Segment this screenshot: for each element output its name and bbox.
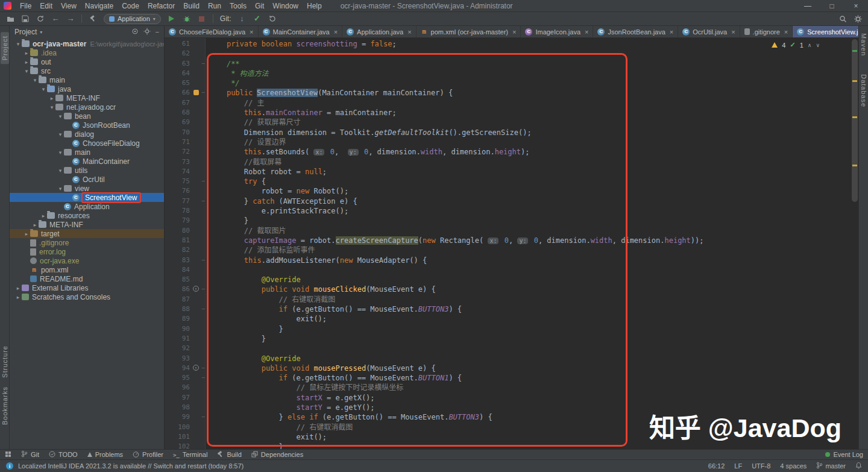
tree-item-net.javadog.ocr[interactable]: ▾net.javadog.ocr — [10, 102, 164, 112]
run-button[interactable] — [168, 14, 176, 24]
editor-tab-pom.xml-ocr-java-master-[interactable]: mpom.xml (ocr-java-master)× — [417, 26, 521, 37]
tree-item-meta-inf[interactable]: ▸META-INF — [10, 93, 164, 102]
fold-icon[interactable]: − — [200, 285, 206, 294]
tree-item-utils[interactable]: ▾utils — [10, 166, 164, 175]
chevron-down-icon[interactable]: ▾ — [31, 77, 39, 83]
chevron-down-icon[interactable]: ▾ — [48, 104, 55, 110]
debug-button[interactable] — [183, 14, 191, 24]
code-line-66[interactable]: 66− public ScreenshotView(MainContainer … — [165, 88, 858, 98]
code-line-79[interactable]: 79 } — [165, 216, 858, 225]
warning-count[interactable]: 4 — [782, 42, 785, 49]
tool-window-button-terminal[interactable]: >_Terminal — [173, 450, 207, 459]
tool-window-button-profiler[interactable]: Profiler — [133, 450, 163, 459]
tool-window-button-git[interactable]: Git — [21, 450, 39, 459]
tree-item-main[interactable]: ▾main — [10, 75, 164, 84]
notifications-bell-icon[interactable] — [855, 462, 862, 470]
run-configuration-select[interactable]: Application ▾ — [104, 14, 161, 24]
fold-icon[interactable]: − — [200, 88, 206, 98]
code-line-88[interactable]: 88− if (e.getButton() == MouseEvent.BUTT… — [165, 304, 858, 314]
menu-view[interactable]: View — [57, 2, 81, 10]
code-line-93[interactable]: 93 @Override — [165, 354, 858, 363]
tool-window-button-dependencies[interactable]: Dependencies — [251, 450, 303, 459]
editor-tab-screenshotview.java[interactable]: CScreenshotView.java× — [793, 26, 858, 37]
tool-stripe-structure[interactable]: Structure — [1, 345, 8, 378]
chevron-right-icon[interactable]: ▸ — [40, 213, 47, 219]
forward-icon[interactable]: → — [66, 14, 75, 24]
close-tab-icon[interactable]: × — [784, 28, 788, 36]
close-tab-icon[interactable]: × — [334, 28, 338, 36]
tree-item-error.log[interactable]: error.log — [10, 247, 164, 256]
status-message[interactable]: Localized IntelliJ IDEA 2021.3.2 is avai… — [18, 462, 244, 470]
editor-tab-application.java[interactable]: CApplication.java× — [342, 26, 417, 37]
tree-item-external-libraries[interactable]: ▸External Libraries — [10, 283, 164, 292]
fold-icon[interactable]: − — [200, 177, 206, 186]
git-commit-icon[interactable]: ✓ — [253, 14, 262, 24]
build-hammer-icon[interactable] — [89, 14, 97, 24]
tree-item-maincontainer[interactable]: CMainContainer — [10, 157, 164, 166]
back-icon[interactable]: ← — [51, 14, 60, 24]
code-line-91[interactable]: 91 } — [165, 334, 858, 344]
editor-tab-ocrutil.java[interactable]: COcrUtil.java× — [678, 26, 740, 37]
tree-item-application[interactable]: CApplication — [10, 202, 164, 211]
status-encoding[interactable]: UTF-8 — [752, 462, 770, 470]
overriding-method-icon[interactable]: ↑ — [193, 286, 199, 292]
code-line-85[interactable]: 85 @Override — [165, 275, 858, 285]
tree-item-ocr-java.exe[interactable]: ocr-java.exe — [10, 256, 164, 265]
code-line-69[interactable]: 69 // 获取屏幕尺寸 — [165, 118, 858, 127]
tree-item-java[interactable]: ▾java — [10, 84, 164, 93]
tree-item-scratches-and-consoles[interactable]: ▸Scratches and Consoles — [10, 292, 164, 301]
check-icon[interactable]: ✓ — [790, 41, 795, 49]
tree-item-out[interactable]: ▸out — [10, 57, 164, 66]
chevron-down-icon[interactable]: ▾ — [57, 131, 64, 137]
code-line-63[interactable]: 63− /** — [165, 59, 858, 69]
chevron-right-icon[interactable]: ▸ — [48, 95, 55, 101]
git-update-icon[interactable]: ↓ — [238, 14, 247, 24]
chevron-right-icon[interactable]: ▸ — [14, 285, 22, 291]
menu-file[interactable]: File — [16, 2, 36, 10]
passed-count[interactable]: 1 — [800, 42, 804, 49]
code-line-73[interactable]: 73 //截取屏幕 — [165, 157, 858, 167]
code-line-61[interactable]: 61 private boolean screenshotting = fals… — [165, 39, 858, 49]
code-line-72[interactable]: 72 this.setBounds( x: 0, y: 0, dimension… — [165, 147, 858, 157]
code-line-94[interactable]: 94↑− public void mousePressed(MouseEvent… — [165, 363, 858, 373]
git-branch-widget[interactable]: master — [816, 462, 846, 470]
chevron-down-icon[interactable]: ▾ — [57, 149, 64, 156]
hide-panel-icon[interactable]: − — [156, 28, 159, 36]
fold-icon[interactable]: − — [200, 412, 206, 422]
tree-item-dialog[interactable]: ▾dialog — [10, 130, 164, 139]
bookmark-icon[interactable] — [193, 90, 199, 95]
settings-gear-icon[interactable] — [854, 14, 862, 24]
close-tab-icon[interactable]: × — [670, 28, 673, 36]
close-tab-icon[interactable]: × — [731, 28, 735, 36]
sync-icon[interactable] — [36, 14, 45, 24]
code-line-78[interactable]: 78 e.printStackTrace(); — [165, 206, 858, 216]
chevron-right-icon[interactable]: ▸ — [23, 59, 30, 65]
tool-window-button-problems[interactable]: Problems — [87, 450, 123, 459]
tool-window-button-event-log[interactable]: Event Log — [825, 451, 863, 458]
code-line-77[interactable]: 77− } catch (AWTException e) { — [165, 197, 858, 206]
code-line-82[interactable]: 82 // 添加鼠标监听事件 — [165, 245, 858, 255]
tree-item-choosefiledialog[interactable]: CChooseFileDialog — [10, 139, 164, 148]
tree-item-bean[interactable]: ▾bean — [10, 112, 164, 121]
code-line-81[interactable]: 81 captureImage = robot.createScreenCapt… — [165, 236, 858, 245]
code-line-71[interactable]: 71 // 设置边界 — [165, 137, 858, 147]
menu-tools[interactable]: Tools — [225, 2, 251, 10]
stop-button[interactable] — [198, 14, 206, 24]
tree-item-ocrutil[interactable]: COcrUtil — [10, 175, 164, 184]
menu-run[interactable]: Run — [204, 2, 225, 10]
code-line-97[interactable]: 97 startX = e.getX(); — [165, 393, 858, 403]
editor-tab-maincontainer.java[interactable]: CMainContainer.java× — [259, 26, 343, 37]
code-line-67[interactable]: 67 // 主 — [165, 98, 858, 108]
status-indent[interactable]: 4 spaces — [780, 462, 807, 470]
fold-icon[interactable]: − — [200, 197, 206, 206]
code-line-70[interactable]: 70 Dimension dimension = Toolkit.getDefa… — [165, 128, 858, 137]
menu-build[interactable]: Build — [179, 2, 204, 10]
chevron-down-icon[interactable]: ▾ — [57, 186, 64, 192]
code-line-90[interactable]: 90 } — [165, 324, 858, 334]
chevron-down-icon[interactable]: ▾ — [14, 41, 22, 47]
code-line-68[interactable]: 68 this.mainContainer = mainContainer; — [165, 108, 858, 118]
code-line-96[interactable]: 96 // 鼠标左键按下时记录横纵坐标 — [165, 383, 858, 392]
code-line-76[interactable]: 76 robot = new Robot(); — [165, 186, 858, 196]
tree-item-pom.xml[interactable]: mpom.xml — [10, 265, 164, 274]
editor-tab-choosefiledialog.java[interactable]: CChooseFileDialog.java× — [165, 26, 259, 37]
